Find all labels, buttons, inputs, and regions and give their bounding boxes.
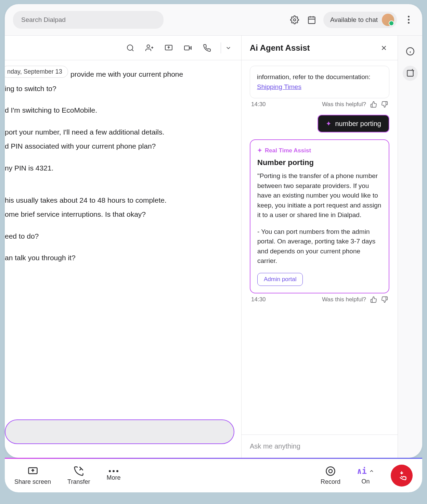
chat-line: ny PIN is 4321. (5, 162, 241, 174)
more-button[interactable]: More (106, 470, 120, 481)
search-input[interactable]: Search Dialpad (13, 11, 164, 29)
sparkle-icon: ✦ (257, 147, 262, 154)
thumbs-down-icon[interactable] (381, 101, 388, 108)
call-controls-bar: Share screen Transfer More Record ∧i On (5, 459, 422, 492)
chat-line: eed to do? (5, 230, 241, 242)
query-label: number porting (335, 120, 381, 128)
svg-point-7 (147, 45, 150, 48)
chat-line: d PIN associated with your current phone… (5, 140, 241, 152)
helpful-label: Was this helpful? (322, 101, 366, 108)
chat-line: an talk you through it? (5, 252, 241, 264)
svg-point-19 (326, 467, 335, 475)
more-label: More (106, 474, 120, 481)
chat-message-input[interactable] (5, 419, 234, 444)
thumbs-up-icon[interactable] (370, 101, 377, 108)
avatar (382, 14, 394, 26)
chat-line: ing to switch to? (5, 83, 241, 94)
topbar: Search Dialpad Available to chat (5, 4, 422, 36)
svg-point-20 (329, 469, 332, 473)
hangup-button[interactable] (391, 465, 413, 487)
calendar-icon[interactable] (306, 14, 317, 25)
transfer-label: Transfer (67, 478, 90, 486)
share-screen-label: Share screen (14, 478, 51, 486)
record-button[interactable]: Record (321, 466, 340, 486)
rta-title: Number porting (257, 158, 382, 167)
chat-line: ome brief service interruptions. Is that… (5, 209, 241, 220)
chat-transcript: provide me with your current phone ing t… (5, 67, 241, 264)
shipping-times-link[interactable]: Shipping Times (257, 83, 301, 90)
more-menu-icon[interactable] (403, 14, 414, 25)
query-chip: ✦ number porting (318, 115, 389, 133)
chevron-down-icon[interactable] (221, 42, 232, 53)
record-label: Record (321, 478, 340, 486)
phone-icon[interactable] (202, 42, 212, 53)
chat-toolbar (5, 36, 241, 60)
date-pill: nday, September 13 (5, 66, 68, 78)
chat-line: d I'm switching to EcoMobile. (5, 104, 241, 116)
assist-card: information, refer to the documentation:… (250, 66, 389, 98)
chat-line: his usually takes about 24 to 48 hours t… (5, 194, 241, 206)
svg-rect-17 (407, 70, 413, 76)
rta-paragraph: "Porting is the transfer of a phone numb… (257, 171, 382, 220)
ai-toggle-button[interactable]: ∧i On (357, 466, 374, 485)
add-person-icon[interactable] (144, 42, 155, 53)
assist-panel: Ai Agent Assist information, refer to th… (242, 36, 398, 458)
info-icon[interactable] (403, 44, 418, 59)
thumbs-down-icon[interactable] (381, 296, 388, 303)
chat-line: port your number, I'll need a few additi… (5, 126, 241, 138)
right-rail (398, 36, 422, 458)
gear-icon[interactable] (289, 14, 300, 25)
transfer-button[interactable]: Transfer (67, 466, 90, 486)
svg-rect-1 (308, 17, 315, 24)
svg-point-0 (294, 18, 296, 21)
share-screen-icon[interactable] (163, 42, 174, 53)
svg-point-5 (127, 45, 133, 50)
helpful-label: Was this helpful? (322, 296, 366, 303)
rta-paragraph: - You can port numbers from the admin po… (257, 227, 382, 266)
timestamp: 14:30 (251, 101, 266, 108)
search-icon[interactable] (125, 42, 136, 53)
ai-assist-icon[interactable] (403, 66, 418, 81)
thumbs-up-icon[interactable] (370, 296, 377, 303)
timestamp: 14:30 (251, 296, 266, 303)
close-icon[interactable] (378, 42, 389, 53)
rta-badge: ✦Real Time Assist (257, 147, 311, 154)
assist-input-placeholder: Ask me anything (250, 442, 300, 450)
status-label: Available to chat (330, 16, 378, 24)
assist-title: Ai Agent Assist (250, 43, 310, 53)
assist-input[interactable]: Ask me anything (242, 434, 398, 458)
svg-rect-11 (184, 46, 189, 50)
video-icon[interactable] (182, 42, 193, 53)
card-text: information, refer to the documentation: (257, 73, 371, 80)
rta-card: ✦Real Time Assist Number porting "Portin… (250, 139, 389, 293)
status-pill[interactable]: Available to chat (323, 12, 397, 28)
chat-column: nday, September 13 provide me with your … (5, 36, 242, 458)
admin-portal-button[interactable]: Admin portal (257, 273, 303, 286)
ai-on-label: On (362, 478, 370, 485)
share-screen-button[interactable]: Share screen (14, 466, 51, 486)
ai-icon: ∧i (357, 466, 374, 476)
svg-line-6 (132, 49, 133, 51)
sparkle-icon: ✦ (326, 119, 332, 128)
search-placeholder: Search Dialpad (21, 16, 66, 24)
